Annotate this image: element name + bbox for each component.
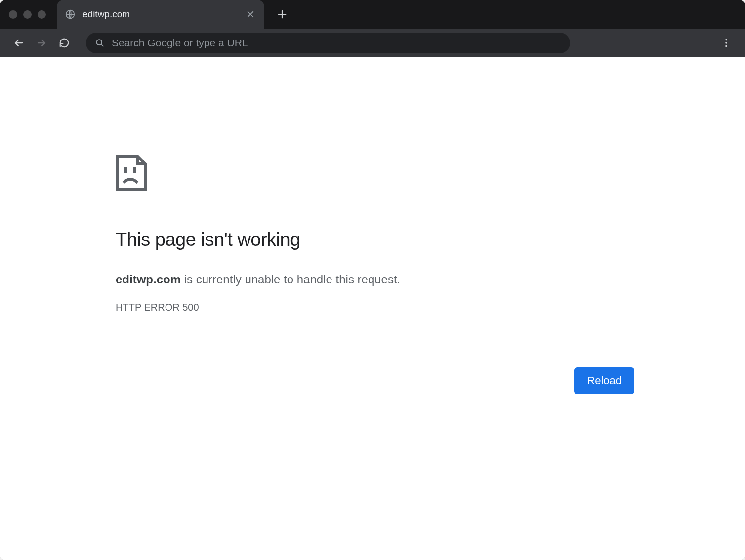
page-content: This page isn't working editwp.com is cu… xyxy=(0,57,745,560)
window-close-button[interactable] xyxy=(9,10,17,19)
error-message-rest: is currently unable to handle this reque… xyxy=(181,273,400,286)
search-icon xyxy=(95,38,105,48)
browser-menu-button[interactable] xyxy=(716,33,736,53)
tab-close-icon[interactable] xyxy=(245,8,256,20)
window-minimize-button[interactable] xyxy=(23,10,32,19)
sad-page-icon xyxy=(116,154,147,192)
svg-rect-6 xyxy=(133,167,136,173)
back-button[interactable] xyxy=(9,33,29,53)
new-tab-button[interactable] xyxy=(271,3,293,25)
svg-point-2 xyxy=(725,39,727,41)
omnibox-input[interactable] xyxy=(112,37,561,49)
browser-tab[interactable]: editwp.com xyxy=(57,0,264,29)
error-message: editwp.com is currently unable to handle… xyxy=(116,271,634,288)
forward-button[interactable] xyxy=(32,33,51,53)
error-host: editwp.com xyxy=(116,273,181,286)
svg-rect-5 xyxy=(124,167,127,173)
svg-point-4 xyxy=(725,45,727,47)
tab-title: editwp.com xyxy=(83,9,240,20)
globe-icon xyxy=(65,9,76,20)
browser-window: editwp.com xyxy=(0,0,745,560)
reload-icon-button[interactable] xyxy=(54,33,74,53)
omnibox[interactable] xyxy=(86,33,570,53)
reload-button[interactable]: Reload xyxy=(574,367,634,394)
error-page: This page isn't working editwp.com is cu… xyxy=(116,154,634,394)
svg-point-3 xyxy=(725,42,727,44)
titlebar: editwp.com xyxy=(0,0,745,29)
window-zoom-button[interactable] xyxy=(38,10,46,19)
window-controls xyxy=(9,10,46,19)
error-code: HTTP ERROR 500 xyxy=(116,302,634,313)
reload-row: Reload xyxy=(116,367,634,394)
error-heading: This page isn't working xyxy=(116,229,634,250)
toolbar xyxy=(0,29,745,57)
